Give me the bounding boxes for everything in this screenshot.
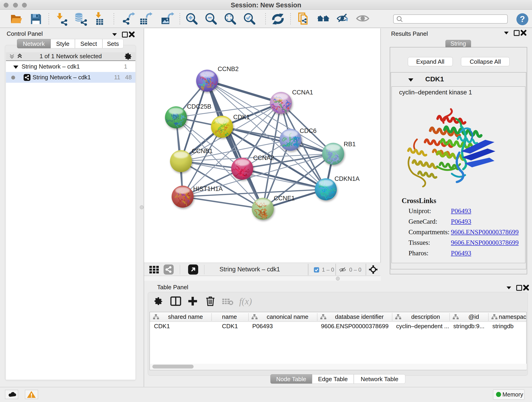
svg-text:RB1: RB1 — [344, 141, 356, 148]
svg-text:CDC25B: CDC25B — [187, 103, 211, 110]
svg-text:CDK1: CDK1 — [233, 114, 250, 121]
svg-text:CCNE1: CCNE1 — [274, 195, 295, 202]
svg-text:?: ? — [520, 14, 525, 24]
svg-text:CDC6: CDC6 — [300, 128, 317, 134]
svg-text:CCNB2: CCNB2 — [218, 65, 239, 72]
svg-text:CCNA2: CCNA2 — [253, 154, 274, 161]
svg-text:CDKN1A: CDKN1A — [335, 175, 360, 182]
svg-text:CCNB1: CCNB1 — [192, 148, 213, 154]
svg-text:CCNA1: CCNA1 — [292, 89, 313, 96]
svg-text:HIST1H1A: HIST1H1A — [193, 185, 223, 192]
